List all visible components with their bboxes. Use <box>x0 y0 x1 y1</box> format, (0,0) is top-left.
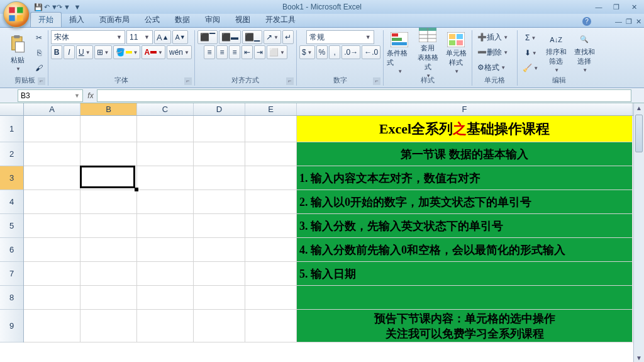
alignment-dialog[interactable]: ⌐ <box>286 77 294 85</box>
font-dialog[interactable]: ⌐ <box>184 77 192 85</box>
clipboard-dialog[interactable]: ⌐ <box>38 77 45 85</box>
cell-E6[interactable] <box>245 238 297 262</box>
row-header-1[interactable]: 1 <box>0 116 23 142</box>
align-top[interactable]: ⬛▔ <box>197 30 218 44</box>
tab-developer[interactable]: 开发工具 <box>258 13 303 27</box>
cell-E2[interactable] <box>245 142 297 166</box>
cell-A5[interactable] <box>24 214 80 238</box>
tab-data[interactable]: 数据 <box>167 13 197 27</box>
tab-home[interactable]: 开始 <box>30 12 62 27</box>
number-dialog[interactable]: ⌐ <box>373 77 380 85</box>
tab-pagelayout[interactable]: 页面布局 <box>92 13 137 27</box>
fx-button[interactable]: fx <box>84 91 97 100</box>
cell-A8[interactable] <box>24 286 80 310</box>
phonetic-button[interactable]: wén▼ <box>167 45 192 59</box>
find-select-button[interactable]: 🔍查找和 选择▼ <box>571 32 597 74</box>
cell-D4[interactable] <box>194 190 245 214</box>
cell-C1[interactable] <box>137 116 194 142</box>
autosum-button[interactable]: Σ▼ <box>520 31 541 45</box>
cell-D3[interactable] <box>194 166 245 190</box>
cell-C8[interactable] <box>137 286 194 310</box>
cell-A4[interactable] <box>24 190 80 214</box>
mdi-minimize[interactable]: — <box>615 18 622 26</box>
cell-C2[interactable] <box>137 142 194 166</box>
cell-E7[interactable] <box>245 262 297 286</box>
cell-C6[interactable] <box>137 238 194 262</box>
fill-color-button[interactable]: 🪣▼ <box>113 45 141 59</box>
row-header-9[interactable]: 9 <box>0 310 23 342</box>
dec-decimal[interactable]: ←.0 <box>362 45 380 59</box>
cell-E9[interactable] <box>245 310 297 342</box>
cell-D6[interactable] <box>194 238 245 262</box>
cell-A1[interactable] <box>24 116 80 142</box>
orientation-button[interactable]: ↗▼ <box>264 30 281 44</box>
cell-C7[interactable] <box>137 262 194 286</box>
row-header-7[interactable]: 7 <box>0 262 23 286</box>
col-header-C[interactable]: C <box>137 103 194 115</box>
cell-F3[interactable]: 1. 输入内容文本左对齐，数值右对齐 <box>297 166 633 190</box>
cell-D9[interactable] <box>194 310 245 342</box>
tab-view[interactable]: 视图 <box>228 13 258 27</box>
align-right[interactable]: ≡ <box>229 45 240 59</box>
grow-font-button[interactable]: A▲ <box>154 30 171 44</box>
cell-A7[interactable] <box>24 262 80 286</box>
cell-D2[interactable] <box>194 142 245 166</box>
delete-cells-button[interactable]: ➖ 删除▼ <box>475 45 511 59</box>
inc-decimal[interactable]: .0→ <box>341 45 360 59</box>
align-center[interactable]: ≡ <box>216 45 228 59</box>
align-middle[interactable]: ⬛▬ <box>219 30 241 44</box>
vertical-scrollbar[interactable]: ▲ ▼ <box>633 103 644 362</box>
minimize-button[interactable]: — <box>591 2 607 12</box>
italic-button[interactable]: I <box>64 45 75 59</box>
cell-B9[interactable] <box>80 310 137 342</box>
underline-button[interactable]: U▼ <box>76 45 93 59</box>
cell-F5[interactable]: 3. 输入分数，先输入英文状态下的单引号 <box>297 214 633 238</box>
cell-E5[interactable] <box>245 214 297 238</box>
row-header-2[interactable]: 2 <box>0 142 23 166</box>
paste-button[interactable]: 粘贴▼ <box>4 32 31 74</box>
wrap-text-button[interactable]: ↵ <box>282 30 294 44</box>
cell-F8[interactable] <box>297 286 633 310</box>
align-left[interactable]: ≡ <box>204 45 215 59</box>
cell-D7[interactable] <box>194 262 245 286</box>
row-header-5[interactable]: 5 <box>0 214 23 238</box>
shrink-font-button[interactable]: A▼ <box>172 30 187 44</box>
cell-B8[interactable] <box>80 286 137 310</box>
cell-styles-button[interactable]: 单元格 样式▼ <box>443 32 469 74</box>
table-format-button[interactable]: 套用 表格格式▼ <box>414 32 441 74</box>
copy-button[interactable]: ⎘ <box>33 46 45 60</box>
cell-F1[interactable]: Excel全系列之基础操作课程 <box>297 116 633 142</box>
maximize-button[interactable]: ❐ <box>608 2 625 12</box>
cell-D1[interactable] <box>194 116 245 142</box>
cell-A6[interactable] <box>24 238 80 262</box>
col-header-D[interactable]: D <box>194 103 245 115</box>
row-header-3[interactable]: 3 <box>0 166 23 190</box>
tab-insert[interactable]: 插入 <box>62 13 92 27</box>
percent-button[interactable]: % <box>316 45 328 59</box>
col-header-F[interactable]: F <box>297 103 633 115</box>
scroll-down-arrow[interactable]: ▼ <box>634 353 644 362</box>
dec-indent[interactable]: ⇤ <box>242 45 253 59</box>
format-painter-button[interactable]: 🖌 <box>33 61 45 75</box>
scroll-up-arrow[interactable]: ▲ <box>634 103 644 113</box>
currency-button[interactable]: $▼ <box>299 45 315 59</box>
cell-B4[interactable] <box>80 190 137 214</box>
comma-button[interactable]: , <box>329 45 340 59</box>
mdi-restore[interactable]: ❐ <box>626 18 632 26</box>
conditional-format-button[interactable]: 条件格式▼ <box>386 32 413 74</box>
number-format-combo[interactable]: 常规▼ <box>306 30 374 44</box>
cell-A2[interactable] <box>24 142 80 166</box>
font-color-button[interactable]: A▼ <box>142 45 165 59</box>
cell-C3[interactable] <box>137 166 194 190</box>
cell-C9[interactable] <box>137 310 194 342</box>
cell-D8[interactable] <box>194 286 245 310</box>
cell-C5[interactable] <box>137 214 194 238</box>
close-button[interactable]: ✕ <box>626 2 642 12</box>
fill-button[interactable]: ⬇▼ <box>520 46 541 60</box>
cell-F2[interactable]: 第一节课 数据的基本输入 <box>297 142 633 166</box>
cell-E8[interactable] <box>245 286 297 310</box>
bold-button[interactable]: B <box>51 45 62 59</box>
select-all-corner[interactable] <box>0 103 24 115</box>
cell-B6[interactable] <box>80 238 137 262</box>
cell-F6[interactable]: 4. 输入分数前先输入0和空格，会以最简化的形式输入 <box>297 238 633 262</box>
